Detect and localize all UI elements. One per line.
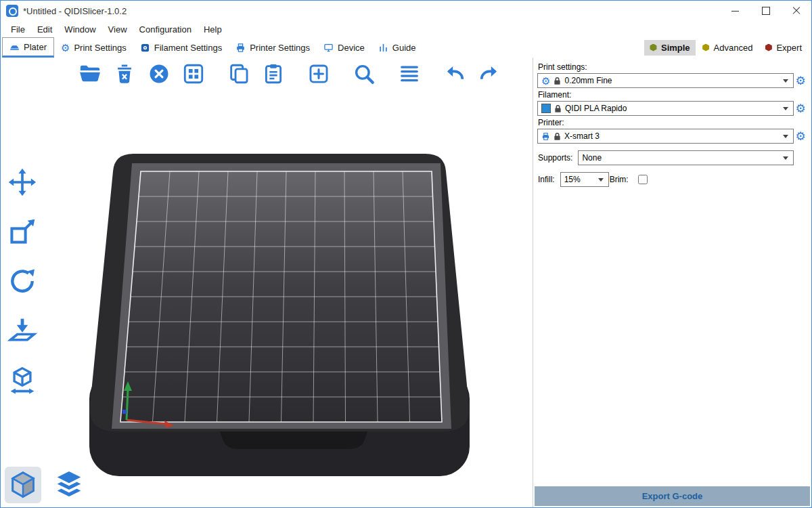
menu-file[interactable]: File: [5, 22, 31, 37]
variable-layer-height-button[interactable]: [396, 60, 423, 87]
delete-button[interactable]: [111, 60, 138, 87]
tab-device[interactable]: Device: [317, 37, 371, 58]
view-toolbar: [5, 467, 87, 503]
minimize-button[interactable]: [720, 1, 750, 21]
print-settings-gear-button[interactable]: ⚙: [794, 73, 807, 88]
delete-all-icon: [148, 62, 171, 85]
redo-icon: [478, 62, 501, 85]
mode-expert[interactable]: Expert: [759, 40, 807, 56]
lock-icon: [554, 104, 562, 113]
mode-label: Expert: [776, 43, 802, 53]
tab-label: Plater: [24, 42, 47, 52]
mode-advanced[interactable]: Advanced: [697, 40, 759, 56]
search-button[interactable]: [351, 60, 378, 87]
window-title: *Untitled - QIDISlicer-1.0.2: [23, 6, 127, 16]
app-window: *Untitled - QIDISlicer-1.0.2 File Edit W…: [0, 0, 812, 508]
menu-configuration[interactable]: Configuration: [133, 22, 198, 37]
app-logo-icon: [6, 5, 18, 17]
tabbar: Plater ⚙ Print Settings Filament Setting…: [1, 37, 811, 58]
tab-plater[interactable]: Plater: [2, 37, 54, 58]
export-gcode-button[interactable]: Export G-code: [535, 486, 810, 506]
mode-simple[interactable]: Simple: [644, 40, 696, 56]
cut-icon: [7, 365, 37, 395]
supports-label: Supports:: [538, 153, 572, 163]
place-on-face-tool-button[interactable]: [5, 313, 40, 348]
search-icon: [353, 62, 376, 85]
move-tool-button[interactable]: [5, 165, 40, 200]
chevron-down-icon: [783, 107, 788, 110]
copy-button[interactable]: [225, 60, 252, 87]
printer-combo[interactable]: X-smart 3: [537, 129, 794, 144]
lock-icon: [554, 132, 561, 141]
tab-guide[interactable]: Guide: [371, 37, 423, 58]
arrange-icon: [182, 62, 205, 85]
minimize-icon: [731, 11, 739, 12]
place-on-face-icon: [7, 316, 37, 345]
arrange-button[interactable]: [180, 60, 207, 87]
menu-edit[interactable]: Edit: [31, 22, 58, 37]
3d-editor-icon: [7, 469, 39, 501]
tab-filament-settings[interactable]: Filament Settings: [133, 37, 229, 58]
undo-icon: [443, 62, 466, 85]
menubar: File Edit Window View Configuration Help: [1, 21, 811, 37]
scale-tool-button[interactable]: [5, 214, 40, 249]
lock-icon: [554, 77, 561, 85]
tab-label: Device: [338, 43, 365, 53]
mode-label: Simple: [661, 43, 690, 53]
brim-label: Brim:: [610, 175, 629, 184]
tab-print-settings[interactable]: ⚙ Print Settings: [54, 37, 133, 58]
maximize-icon: [762, 7, 770, 15]
plater-icon: [9, 42, 20, 52]
close-icon: [792, 7, 800, 15]
cut-tool-button[interactable]: [5, 362, 40, 398]
menu-window[interactable]: Window: [58, 22, 102, 37]
infill-label: Infill:: [538, 175, 555, 184]
chevron-down-icon: [598, 178, 604, 182]
filament-label: Filament:: [538, 90, 807, 100]
3d-editor-view-button[interactable]: [5, 467, 41, 503]
close-button[interactable]: [781, 1, 811, 21]
titlebar: *Untitled - QIDISlicer-1.0.2: [1, 1, 811, 21]
settings-sidebar: Print settings: ⚙ 0.20mm Fine ⚙ Filament…: [533, 58, 811, 507]
menu-help[interactable]: Help: [198, 22, 228, 37]
print-bed: [1, 58, 533, 507]
mode-simple-dot-icon: [650, 44, 657, 51]
scale-icon: [7, 217, 37, 247]
infill-value: 15%: [564, 175, 581, 184]
paste-button[interactable]: [260, 60, 287, 87]
delete-all-button[interactable]: [145, 60, 173, 87]
maximize-button[interactable]: [750, 1, 781, 21]
filament-settings-gear-button[interactable]: ⚙: [794, 101, 807, 116]
tab-label: Print Settings: [74, 43, 126, 53]
delete-trash-icon: [113, 62, 136, 85]
printer-icon: [235, 43, 246, 53]
rotate-tool-button[interactable]: [5, 263, 40, 299]
redo-button[interactable]: [476, 60, 503, 87]
brim-checkbox[interactable]: [638, 175, 648, 184]
gear-icon: ⚙: [795, 131, 805, 142]
menu-view[interactable]: View: [102, 22, 133, 37]
print-profile-combo[interactable]: ⚙ 0.20mm Fine: [537, 73, 794, 88]
undo-button[interactable]: [441, 60, 468, 87]
gear-icon: ⚙: [795, 75, 805, 87]
infill-combo[interactable]: 15%: [560, 172, 609, 187]
open-button[interactable]: [76, 60, 104, 87]
viewport-3d[interactable]: [1, 58, 533, 507]
chevron-down-icon: [783, 135, 788, 138]
window-controls: [720, 1, 811, 21]
tab-printer-settings[interactable]: Printer Settings: [229, 37, 317, 58]
copy-icon: [227, 62, 250, 85]
printer-settings-gear-button[interactable]: ⚙: [794, 129, 807, 144]
filament-combo[interactable]: QIDI PLA Rapido: [537, 101, 794, 116]
gizmo-toolbar: [5, 165, 40, 398]
object-toolbar: [76, 60, 503, 87]
gear-icon: ⚙: [541, 76, 550, 86]
print-settings-label: Print settings:: [538, 62, 807, 72]
preview-view-button[interactable]: [51, 467, 87, 503]
tab-label: Printer Settings: [250, 43, 310, 53]
paste-icon: [262, 62, 285, 85]
add-instance-button[interactable]: [305, 60, 332, 87]
printer-value: X-smart 3: [564, 131, 600, 141]
gear-icon: ⚙: [795, 103, 805, 114]
supports-combo[interactable]: None: [578, 150, 794, 165]
